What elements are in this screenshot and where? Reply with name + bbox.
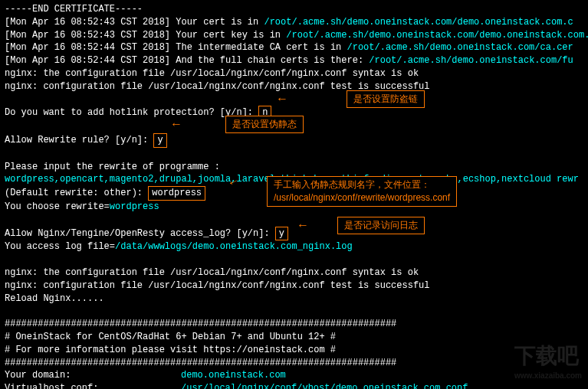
end-cert: -----END CERTIFICATE----- — [5, 3, 583, 16]
rewrite-prompt: Allow Rewrite rule? [y/n]: y — [5, 133, 583, 148]
callout-hotlink: 是否设置防盗链 — [347, 90, 425, 108]
key-line: [Mon Apr 16 08:52:43 CST 2018] Your cert… — [5, 29, 583, 42]
rewrite-input[interactable]: y — [153, 133, 166, 148]
nginx-syntax-ok: nginx: the configuration file /usr/local… — [5, 67, 583, 80]
cert-line: [Mon Apr 16 08:52:43 CST 2018] Your cert… — [5, 16, 583, 29]
banner-1: # OneinStack for CentOS/RadHat 6+ Debian… — [5, 331, 583, 344]
summary-vhost: Virtualhost conf:/usr/local/nginx/conf/v… — [5, 382, 583, 389]
arrow-icon: ← — [278, 91, 286, 108]
rewrite-program-prompt: Please input the rewrite of programme : — [5, 161, 583, 174]
hash-line: ########################################… — [5, 318, 583, 331]
nginx-test-ok-2: nginx: configuration file /usr/local/ngi… — [5, 279, 583, 293]
nginx-syntax-ok-2: nginx: the configuration file /usr/local… — [5, 266, 583, 279]
arrow-icon: ← — [172, 116, 180, 133]
ca-line: [Mon Apr 16 08:52:44 CST 2018] The inter… — [5, 41, 583, 54]
nginx-test-ok: nginx: configuration file /usr/local/ngi… — [5, 80, 583, 93]
summary-domain: Your domain:demo.oneinstack.com — [5, 369, 583, 382]
arrow-icon: ← — [299, 217, 307, 234]
callout-accesslog: 是否记录访问日志 — [337, 217, 425, 234]
callout-manual: 手工输入伪静态规则名字，文件位置： /usr/local/nginx/conf/… — [267, 176, 457, 207]
reload-line: Reload Nginx...... — [5, 293, 583, 306]
hash-line-2: ########################################… — [5, 357, 583, 370]
accesslog-prompt: Allow Nginx/Tengine/OpenResty access_log… — [5, 227, 583, 241]
fullchain-line: [Mon Apr 16 08:52:44 CST 2018] And the f… — [5, 54, 583, 67]
banner-2: # For more information please visit http… — [5, 344, 583, 357]
accesslog-file-line: You access log file=/data/wwwlogs/demo.o… — [5, 240, 583, 253]
rewrite-name-input[interactable]: wordpress — [148, 186, 205, 201]
accesslog-input[interactable]: y — [275, 227, 288, 241]
callout-rewrite: 是否设置伪静态 — [225, 116, 304, 133]
